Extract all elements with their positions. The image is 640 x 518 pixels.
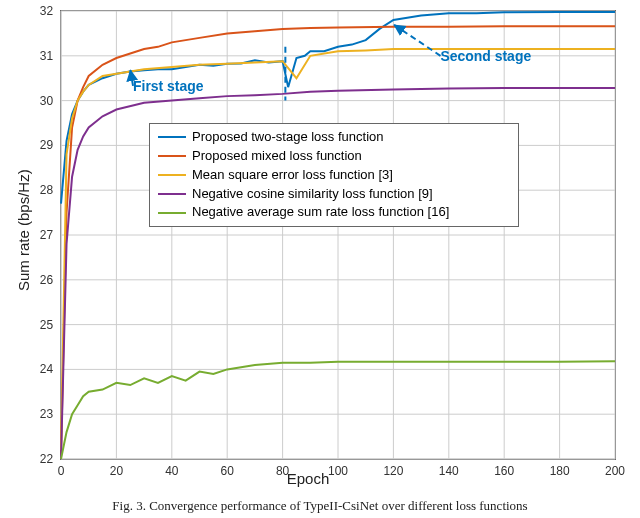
svg-text:32: 32 [40,4,54,18]
legend-label: Negative cosine similarity loss function… [192,185,433,204]
annotation-arrow [393,24,440,55]
annotation-text: Second stage [440,48,531,64]
legend-swatch [158,193,186,195]
x-axis-label: Epoch [0,470,616,487]
figure-container: First stageSecond stage 0204060801001201… [0,0,640,518]
svg-text:31: 31 [40,49,54,63]
svg-text:26: 26 [40,273,54,287]
legend-label: Mean square error loss function [3] [192,166,393,185]
legend-item: Negative cosine similarity loss function… [158,185,510,204]
svg-text:30: 30 [40,94,54,108]
legend-label: Proposed mixed loss function [192,147,362,166]
svg-text:22: 22 [40,452,54,466]
legend-swatch [158,155,186,157]
legend-swatch [158,136,186,138]
y-axis-label: Sum rate (bps/Hz) [15,0,32,460]
legend-item: Negative average sum rate loss function … [158,203,510,222]
legend-item: Proposed mixed loss function [158,147,510,166]
legend-swatch [158,212,186,214]
annotation-text: First stage [133,78,204,94]
legend-label: Negative average sum rate loss function … [192,203,449,222]
svg-text:29: 29 [40,138,54,152]
figure-caption: Fig. 3. Convergence performance of TypeI… [0,498,640,514]
svg-text:27: 27 [40,228,54,242]
legend: Proposed two-stage loss functionProposed… [149,123,519,227]
legend-item: Proposed two-stage loss function [158,128,510,147]
legend-label: Proposed two-stage loss function [192,128,384,147]
chart-svg: First stageSecond stage 0204060801001201… [61,11,615,459]
svg-text:23: 23 [40,407,54,421]
svg-text:25: 25 [40,318,54,332]
legend-item: Mean square error loss function [3] [158,166,510,185]
svg-text:28: 28 [40,183,54,197]
legend-swatch [158,174,186,176]
svg-text:24: 24 [40,362,54,376]
plot-area: First stageSecond stage 0204060801001201… [60,10,616,460]
